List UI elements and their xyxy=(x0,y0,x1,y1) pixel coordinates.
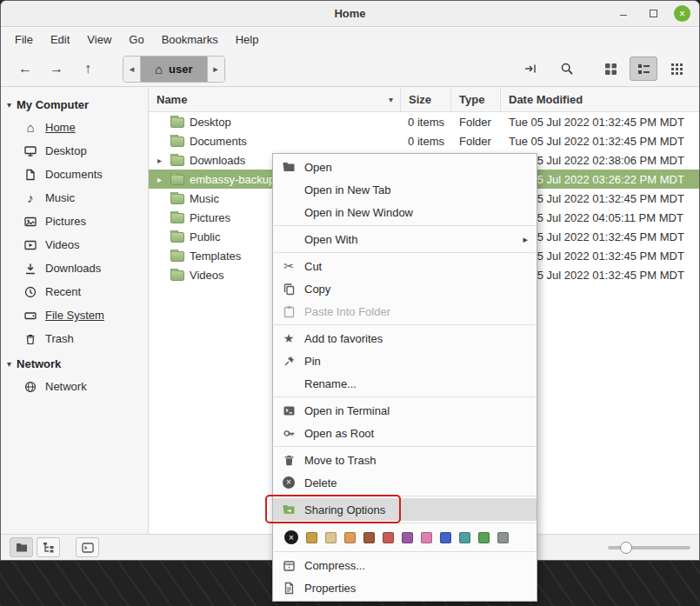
path-scroll-left-button[interactable]: ◂ xyxy=(123,57,141,82)
context-menu-item-delete[interactable]: × Delete xyxy=(273,471,537,494)
sidebar-item-home[interactable]: ⌂ Home xyxy=(1,116,148,139)
folder-icon xyxy=(170,270,184,281)
treeview-toggle-button[interactable] xyxy=(37,537,60,557)
zoom-slider-handle[interactable] xyxy=(620,542,632,554)
titlebar[interactable]: Home – × xyxy=(1,1,699,27)
icon-view-button[interactable] xyxy=(597,57,624,81)
column-header-name[interactable]: Name ▾ xyxy=(149,88,401,111)
folder-color-swatch[interactable] xyxy=(497,532,509,543)
context-menu-item-add-to-favorites[interactable]: ★ Add to favorites xyxy=(273,327,537,350)
file-size: 0 items xyxy=(401,135,451,148)
file-row-desktop[interactable]: Desktop 0 items Folder Tue 05 Jul 2022 0… xyxy=(149,112,699,131)
folder-color-swatch[interactable] xyxy=(363,532,375,543)
sidebar-item-network[interactable]: Network xyxy=(1,375,148,398)
maximize-button[interactable] xyxy=(644,5,662,23)
folder-color-swatch[interactable] xyxy=(421,532,432,543)
toggle-location-entry-button[interactable] xyxy=(517,57,544,81)
sidebar-item-trash[interactable]: Trash xyxy=(1,327,148,350)
context-menu-item-pin[interactable]: Pin xyxy=(273,350,537,372)
terminal-toggle-button[interactable] xyxy=(76,537,99,557)
sidebar-section-my-computer[interactable]: ▾ My Computer xyxy=(1,93,148,116)
places-toggle-button[interactable] xyxy=(10,537,33,557)
file-row-documents[interactable]: Documents 0 items Folder Tue 05 Jul 2022… xyxy=(149,131,699,150)
menu-view[interactable]: View xyxy=(78,30,120,50)
up-button[interactable]: ↑ xyxy=(72,56,103,82)
path-scroll-right-button[interactable]: ▸ xyxy=(207,57,224,82)
context-menu-item-open-new-window[interactable]: Open in New Window xyxy=(273,201,537,223)
menu-separator xyxy=(274,324,536,325)
toolbar: ← → ↑ ◂ ⌂ user ▸ xyxy=(1,51,699,87)
back-button[interactable]: ← xyxy=(10,56,41,82)
open-folder-icon xyxy=(281,160,297,174)
minimize-button[interactable]: – xyxy=(615,5,632,23)
folder-color-swatch[interactable] xyxy=(306,532,317,543)
close-button[interactable]: × xyxy=(674,5,690,22)
context-menu-item-properties[interactable]: Properties xyxy=(273,576,537,599)
context-menu-item-open-as-root[interactable]: Open as Root xyxy=(273,422,537,444)
menu-go[interactable]: Go xyxy=(120,30,152,50)
context-menu-item-open-with[interactable]: Open With ▸ xyxy=(273,228,537,250)
folder-color-swatch[interactable] xyxy=(344,532,356,543)
context-menu-item-move-to-trash[interactable]: Move to Trash xyxy=(273,449,537,471)
search-button[interactable] xyxy=(553,57,581,81)
compact-view-button[interactable] xyxy=(663,57,690,81)
column-header-date-modified[interactable]: Date Modified xyxy=(501,88,699,111)
network-icon xyxy=(23,381,37,393)
file-type: Folder xyxy=(451,116,501,129)
expander-icon[interactable]: ▸ xyxy=(154,175,165,184)
folder-color-swatch[interactable] xyxy=(478,532,490,543)
maximize-icon xyxy=(650,10,657,17)
folder-icon xyxy=(170,213,184,223)
folder-color-swatch[interactable] xyxy=(325,532,337,543)
file-name: Templates xyxy=(190,250,241,263)
file-modified: Tue 05 Jul 2022 01:32:45 PM MDT xyxy=(501,116,699,129)
menu-separator xyxy=(274,396,536,397)
menu-bookmarks[interactable]: Bookmarks xyxy=(153,30,227,50)
sidebar-item-pictures[interactable]: Pictures xyxy=(1,210,148,233)
folder-icon xyxy=(170,194,184,204)
file-name: embassy-backup xyxy=(190,173,275,186)
sidebar-item-desktop[interactable]: Desktop xyxy=(1,139,148,163)
context-menu-item-rename[interactable]: Rename... xyxy=(273,372,537,395)
sidebar-item-documents[interactable]: Documents xyxy=(1,163,148,186)
column-header-type[interactable]: Type xyxy=(451,88,501,111)
file-name: Public xyxy=(190,230,220,243)
trash-icon xyxy=(281,454,297,467)
sidebar: ▾ My Computer ⌂ Home Desktop Documents xyxy=(1,88,149,534)
folder-icon xyxy=(170,232,184,243)
folder-color-swatch[interactable] xyxy=(402,532,413,543)
expander-icon[interactable]: ▸ xyxy=(154,156,165,165)
share-folder-icon xyxy=(281,503,297,516)
context-menu-item-open-new-tab[interactable]: Open in New Tab xyxy=(273,178,537,201)
context-menu-item-compress[interactable]: Compress... xyxy=(273,554,537,576)
list-view-button[interactable] xyxy=(630,57,657,81)
sidebar-item-file-system[interactable]: File System xyxy=(1,303,148,327)
column-header-size[interactable]: Size xyxy=(401,88,451,111)
places-icon xyxy=(16,543,28,553)
file-name: Documents xyxy=(190,135,247,148)
context-menu-item-copy[interactable]: Copy xyxy=(273,277,537,300)
folder-color-swatch[interactable] xyxy=(440,532,451,543)
context-menu-item-open[interactable]: Open xyxy=(273,156,537,178)
folder-color-swatch[interactable] xyxy=(459,532,470,543)
sidebar-item-downloads[interactable]: Downloads xyxy=(1,256,148,280)
folder-color-default-swatch[interactable]: × xyxy=(284,530,298,544)
menu-edit[interactable]: Edit xyxy=(42,30,78,50)
sidebar-item-recent[interactable]: Recent xyxy=(1,280,148,303)
context-menu-item-sharing-options[interactable]: Sharing Options xyxy=(273,498,537,521)
menu-file[interactable]: File xyxy=(6,30,42,50)
copy-icon xyxy=(281,283,297,296)
context-menu-item-open-in-terminal[interactable]: Open in Terminal xyxy=(273,399,537,422)
sidebar-section-network[interactable]: ▾ Network xyxy=(1,352,148,375)
sidebar-item-videos[interactable]: Videos xyxy=(1,233,148,256)
zoom-slider[interactable] xyxy=(608,539,690,556)
folder-color-swatch[interactable] xyxy=(383,532,394,543)
submenu-arrow-icon: ▸ xyxy=(523,234,528,245)
list-header: Name ▾ Size Type Date Modified xyxy=(149,88,699,112)
context-menu-item-cut[interactable]: ✂ Cut xyxy=(273,255,537,277)
menu-help[interactable]: Help xyxy=(227,30,268,50)
forward-button[interactable]: → xyxy=(41,56,72,82)
sidebar-item-music[interactable]: ♪ Music xyxy=(1,186,148,210)
document-properties-icon xyxy=(281,582,297,595)
path-segment-user[interactable]: ⌂ user xyxy=(141,57,207,82)
